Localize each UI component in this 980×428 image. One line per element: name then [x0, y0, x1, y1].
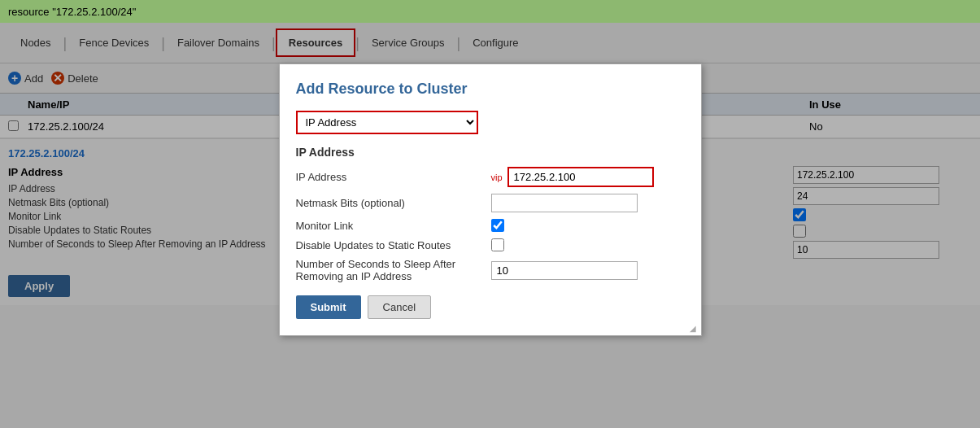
form-row-monitor: Monitor Link	[296, 219, 685, 232]
modal-section-title: IP Address	[296, 146, 685, 159]
modal-dialog: Add Resource to Cluster IP Address Files…	[279, 63, 702, 336]
modal-buttons: Submit Cancel	[296, 295, 685, 319]
top-bar-title: resource "172.25.2.100/24"	[8, 6, 136, 18]
resource-type-wrapper[interactable]: IP Address Filesystem NFS Mount Script	[296, 111, 478, 134]
form-input-sleep[interactable]	[491, 261, 638, 280]
form-checkbox-disable[interactable]	[491, 238, 504, 251]
resize-handle[interactable]: ◢	[690, 324, 698, 332]
form-input-ip[interactable]	[507, 167, 654, 187]
cancel-button[interactable]: Cancel	[368, 295, 431, 319]
form-row-netmask: Netmask Bits (optional)	[296, 194, 685, 212]
form-vip-label: vip	[491, 173, 503, 182]
resource-type-select[interactable]: IP Address Filesystem NFS Mount Script	[298, 112, 477, 133]
top-bar: resource "172.25.2.100/24"	[0, 0, 980, 23]
form-label-netmask: Netmask Bits (optional)	[296, 197, 491, 209]
form-label-disable: Disable Updates to Static Routes	[296, 239, 491, 251]
form-row-ip: IP Address vip	[296, 167, 685, 187]
form-label-ip: IP Address	[296, 171, 491, 183]
main-container: Nodes | Fence Devices | Failover Domains…	[0, 23, 980, 428]
modal-title: Add Resource to Cluster	[296, 81, 685, 98]
submit-button[interactable]: Submit	[296, 295, 361, 319]
form-row-sleep: Number of Seconds to Sleep After Removin…	[296, 258, 685, 282]
form-label-monitor: Monitor Link	[296, 220, 491, 232]
form-checkbox-monitor[interactable]	[491, 219, 504, 232]
form-input-netmask[interactable]	[491, 194, 638, 212]
modal-overlay: Add Resource to Cluster IP Address Files…	[0, 23, 980, 428]
form-label-sleep: Number of Seconds to Sleep After Removin…	[296, 258, 491, 282]
form-row-disable: Disable Updates to Static Routes	[296, 238, 685, 251]
